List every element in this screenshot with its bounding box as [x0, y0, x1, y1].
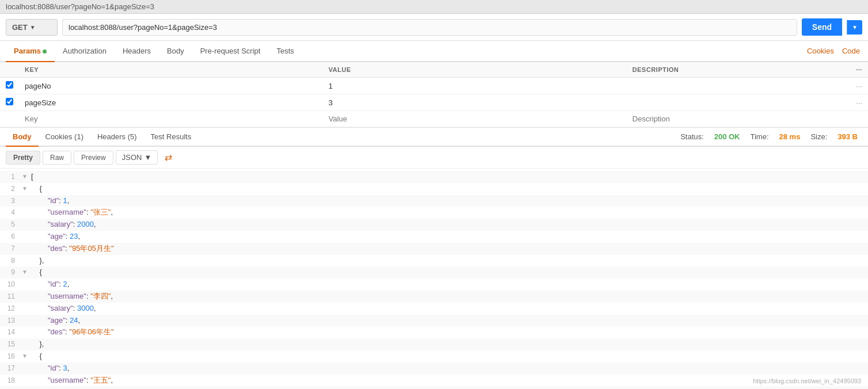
line-content: "age": 24, — [31, 315, 868, 327]
row-desc-input[interactable] — [633, 115, 845, 123]
line-toggle-icon — [22, 231, 31, 232]
line-number: 4 — [0, 207, 22, 218]
response-tab-headers[interactable]: Headers (5) — [90, 128, 144, 146]
preview-button[interactable]: Preview — [74, 151, 113, 165]
line-content: { — [31, 350, 868, 363]
request-tabs-bar: Params Authorization Headers Body Pre-re… — [0, 41, 868, 62]
raw-button[interactable]: Raw — [43, 151, 71, 165]
line-toggle-icon — [22, 303, 31, 304]
url-input[interactable] — [62, 19, 797, 36]
size-value: 393 B — [837, 132, 858, 141]
watermark: https://blog.csdn.net/wei_in_42495093 — [753, 377, 861, 384]
line-toggle-icon — [22, 386, 31, 387]
tabs-right: Cookies Code — [807, 47, 862, 55]
json-line: 14 "des": "96年06年生" — [0, 326, 868, 338]
row-value-input[interactable] — [329, 115, 621, 123]
params-section: KEY VALUE DESCRIPTION ··· ······ — [0, 62, 868, 128]
line-number: 11 — [0, 291, 22, 302]
line-toggle-icon[interactable]: ▼ — [22, 350, 31, 361]
json-line: 8 }, — [0, 255, 868, 267]
line-number: 13 — [0, 315, 22, 326]
line-toggle-icon — [22, 315, 31, 316]
line-number: 16 — [0, 350, 22, 362]
row-value-input[interactable] — [329, 82, 621, 90]
json-line: 18 "username": "王五", — [0, 375, 868, 387]
col-key: KEY — [19, 62, 323, 78]
json-line: 7 "des": "95年05月生" — [0, 243, 868, 255]
tab-tests[interactable]: Tests — [268, 41, 302, 61]
json-line: 10 "id": 2, — [0, 279, 868, 291]
line-toggle-icon[interactable]: ▼ — [22, 183, 31, 193]
col-description: DESCRIPTION — [627, 62, 851, 78]
row-checkbox[interactable] — [6, 81, 13, 89]
row-checkbox[interactable] — [6, 98, 13, 105]
table-row: ··· — [0, 94, 868, 111]
row-key-input[interactable] — [25, 115, 317, 123]
line-number: 9 — [0, 266, 22, 278]
line-toggle-icon — [22, 219, 31, 220]
pretty-button[interactable]: Pretty — [6, 151, 40, 165]
code-link[interactable]: Code — [842, 47, 860, 55]
method-label: GET — [12, 23, 28, 32]
line-number: 15 — [0, 338, 22, 350]
line-toggle-icon — [22, 207, 31, 208]
title-text: localhost:8088/user?pageNo=1&pageSize=3 — [6, 2, 154, 11]
send-button[interactable]: Send — [802, 18, 842, 36]
tab-headers[interactable]: Headers — [115, 41, 159, 61]
line-number: 1 — [0, 171, 22, 182]
wrap-icon[interactable]: ⇄ — [165, 152, 172, 163]
response-toolbar: Pretty Raw Preview JSON ▼ ⇄ — [0, 147, 868, 169]
line-toggle-icon — [22, 326, 31, 327]
row-value-input[interactable] — [329, 98, 621, 107]
json-line: 9▼ { — [0, 266, 868, 279]
line-toggle-icon — [22, 279, 31, 280]
col-opts: ··· — [850, 62, 868, 78]
row-key-input[interactable] — [25, 98, 317, 107]
line-number: 8 — [0, 255, 22, 266]
response-tab-body[interactable]: Body — [6, 128, 39, 146]
response-tabs-bar: Body Cookies (1) Headers (5) Test Result… — [0, 128, 868, 147]
line-content: { — [31, 266, 868, 279]
response-tab-test-results[interactable]: Test Results — [144, 128, 199, 146]
json-line: 4 "username": "张三", — [0, 207, 868, 219]
line-number: 5 — [0, 219, 22, 230]
json-body: 1▼[2▼ {3 "id": 1,4 "username": "张三",5 "s… — [0, 169, 868, 389]
line-number: 6 — [0, 231, 22, 242]
col-check — [0, 62, 19, 78]
line-content: "des": "96年06年生" — [31, 326, 868, 338]
method-select[interactable]: GET ▼ — [6, 19, 58, 36]
line-number: 10 — [0, 279, 22, 290]
line-content: "salary": 3000, — [31, 303, 868, 315]
send-dropdown-button[interactable]: ▼ — [847, 20, 862, 35]
cookies-link[interactable]: Cookies — [807, 47, 834, 55]
line-toggle-icon[interactable]: ▼ — [22, 266, 31, 277]
json-line: 19 "salary": 4000, — [0, 386, 868, 389]
json-line: 11 "username": "李四", — [0, 291, 868, 303]
line-number: 7 — [0, 243, 22, 254]
tab-params[interactable]: Params — [6, 41, 55, 61]
size-label: Size: — [810, 132, 827, 141]
time-value: 28 ms — [779, 132, 801, 141]
method-chevron-icon: ▼ — [30, 24, 36, 30]
json-line: 12 "salary": 3000, — [0, 303, 868, 315]
row-desc-input[interactable] — [633, 82, 845, 90]
status-value: 200 OK — [714, 132, 740, 141]
json-line: 2▼ { — [0, 183, 868, 195]
status-label: Status: — [680, 132, 703, 141]
row-desc-input[interactable] — [633, 98, 845, 107]
line-content: { — [31, 183, 868, 195]
line-number: 14 — [0, 326, 22, 338]
line-toggle-icon[interactable]: ▼ — [22, 171, 31, 181]
format-dropdown[interactable]: JSON ▼ — [116, 150, 158, 165]
line-toggle-icon — [22, 255, 31, 256]
response-tab-cookies[interactable]: Cookies (1) — [39, 128, 90, 146]
tab-body[interactable]: Body — [159, 41, 192, 61]
json-line: 13 "age": 24, — [0, 315, 868, 327]
row-key-input[interactable] — [25, 82, 317, 90]
line-number: 17 — [0, 363, 22, 374]
line-content: "id": 3, — [31, 363, 868, 375]
tab-authorization[interactable]: Authorization — [55, 41, 115, 61]
format-chevron-icon: ▼ — [144, 153, 151, 162]
json-line: 1▼[ — [0, 171, 868, 183]
tab-prerequest[interactable]: Pre-request Script — [192, 41, 269, 61]
